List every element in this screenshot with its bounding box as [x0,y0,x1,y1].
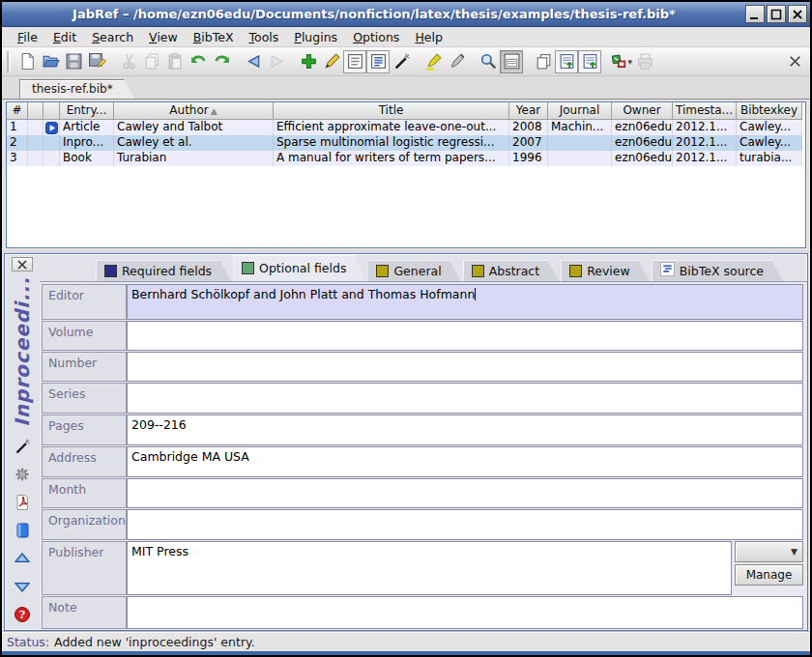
close-sidepane-icon[interactable] [783,50,806,73]
open-database-icon[interactable] [39,50,62,73]
column-header-Entry...[interactable]: Entry... [60,102,114,120]
field-input-number[interactable] [127,352,803,382]
tab-required-fields[interactable]: Required fields [96,260,231,281]
column-header-Journal[interactable]: Journal [548,102,612,120]
entry-table[interactable]: #Entry...Author▲TitleYearJournalOwnerTim… [6,101,806,248]
cell-marked[interactable] [28,135,44,151]
minimize-icon[interactable] [745,5,765,23]
new-entry-icon[interactable] [297,50,320,73]
cell-marked[interactable] [28,151,44,166]
column-header-Owner[interactable]: Owner [612,102,673,120]
cell-num[interactable]: 1 [7,120,28,135]
column-header-#[interactable]: # [7,102,28,120]
close-icon[interactable] [788,5,807,23]
cell-bibtexkey[interactable]: turabia... [737,151,802,166]
field-input-address[interactable]: Cambridge MA USA [127,446,803,477]
table-row[interactable]: 1ArticleCawley and TalbotEfficient appro… [7,120,805,135]
openoffice-connect-icon[interactable]: ▾ [610,50,633,73]
table-row[interactable]: 2Inpro...Cawley et al.Sparse multinomial… [7,135,805,151]
cell-title[interactable]: Sparse multinomial logistic regressi... [274,135,509,151]
cell-journal[interactable] [548,151,612,166]
cell-bibtexkey[interactable]: Cawley... [737,135,802,151]
menu-view[interactable]: View [141,28,186,46]
menu-edit[interactable]: Edit [45,28,84,46]
undo-icon[interactable] [187,50,210,73]
cell-owner[interactable]: ezn06edu [612,120,673,135]
cell-author[interactable]: Cawley and Talbot [114,120,274,135]
cell-num[interactable]: 3 [7,151,28,166]
menu-help[interactable]: Help [407,28,450,46]
column-header-Year[interactable]: Year [509,102,548,120]
field-input-month[interactable] [127,478,803,508]
cell-owner[interactable]: ezn06edu [612,151,673,166]
cell-file_icon[interactable] [44,151,60,166]
menu-plugins[interactable]: Plugins [286,28,345,46]
copy-bibtex-key-icon[interactable] [532,50,555,73]
toolbar-handle[interactable] [7,51,11,72]
cell-journal[interactable] [548,135,612,151]
cell-timestamp[interactable]: 2012.1... [673,135,737,151]
save-as-icon[interactable] [85,50,108,73]
field-input-volume[interactable] [127,321,803,351]
cell-entrytype[interactable]: Article [60,120,114,135]
save-database-icon[interactable] [62,50,85,73]
menu-file[interactable]: File [10,28,45,46]
field-input-editor[interactable]: Bernhard Schölkopf and John Platt and Th… [127,284,803,320]
column-header-icon[interactable] [28,102,44,120]
cell-entrytype[interactable]: Book [60,151,114,166]
cell-timestamp[interactable]: 2012.1... [673,151,737,166]
pdf-icon[interactable] [13,493,32,512]
cell-file_icon[interactable] [44,135,60,151]
file-link-icon[interactable] [44,120,60,135]
column-header-icon[interactable] [44,102,60,120]
push-to-lyx-icon[interactable] [555,50,578,73]
cell-year[interactable]: 2007 [509,135,548,151]
title-bar[interactable]: JabRef – /home/ezn06edu/Documents/nonfic… [2,2,810,27]
field-input-series[interactable] [127,383,803,414]
table-row[interactable]: 3BookTurabianA manual for writers of ter… [7,151,805,166]
maximize-icon[interactable] [767,5,786,23]
arrow-down-icon[interactable] [13,577,32,596]
manage-button[interactable]: Manage [735,564,803,586]
tab-abstract[interactable]: Abstract [463,260,559,281]
cell-author[interactable]: Cawley et al. [114,135,274,151]
tab-bibtex-source[interactable]: BibTeX source [652,260,783,281]
cleanup-wizard-icon[interactable] [390,50,413,73]
mark-entries-icon[interactable] [421,50,445,73]
cell-journal[interactable]: Machin... [548,120,612,135]
push-to-emacs-icon[interactable] [578,50,601,73]
back-icon[interactable] [242,50,265,73]
field-input-pages[interactable]: 209--216 [127,414,803,445]
arrow-up-icon[interactable] [13,549,32,568]
edit-entry-icon[interactable] [320,50,343,73]
publisher-preset-dropdown[interactable]: ▼ [735,541,803,562]
gear-icon[interactable] [13,465,32,484]
redo-icon[interactable] [210,50,233,73]
cell-marked[interactable] [28,120,44,135]
cell-timestamp[interactable]: 2012.1... [673,120,737,135]
unmark-entries-icon[interactable] [445,50,468,73]
file-icon[interactable] [13,521,32,540]
help-icon[interactable]: ? [13,605,32,624]
column-header-Author[interactable]: Author▲ [114,102,274,120]
new-database-icon[interactable] [15,50,39,73]
tab-review[interactable]: Review [561,260,650,281]
toggle-preview-icon[interactable] [343,50,366,73]
menu-tools[interactable]: Tools [242,28,287,46]
cell-owner[interactable]: ezn06edu [612,135,673,151]
wand-icon[interactable] [13,437,32,456]
cell-author[interactable]: Turabian [114,151,274,166]
close-entry-editor-icon[interactable] [12,257,33,271]
column-header-Title[interactable]: Title [274,102,509,120]
toggle-groups-icon[interactable] [366,50,390,73]
toggle-search-panel-icon[interactable] [500,50,523,73]
tab-optional-fields[interactable]: Optional fields [233,255,365,281]
cell-title[interactable]: Efficient approximate leave-one-out... [274,120,509,135]
tab-general[interactable]: General [367,260,460,281]
cell-year[interactable]: 1996 [509,151,548,166]
cell-entrytype[interactable]: Inpro... [60,135,114,151]
column-header-Timesta...[interactable]: Timesta... [673,102,737,120]
field-input-note[interactable] [127,596,803,629]
dropdown-caret-icon[interactable]: ▾ [627,57,632,67]
field-input-organization[interactable] [127,509,803,540]
